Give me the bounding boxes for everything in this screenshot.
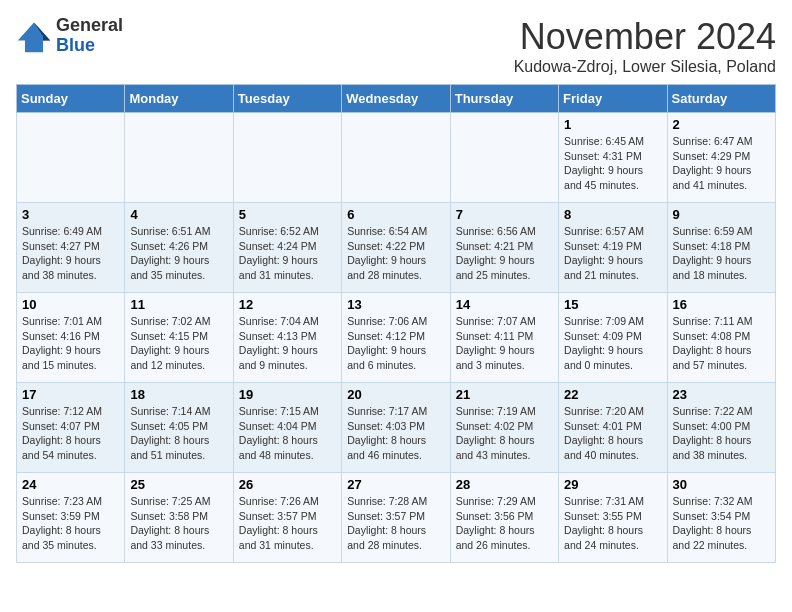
day-number: 12 [239,297,336,312]
header-day-monday: Monday [125,85,233,113]
day-number: 5 [239,207,336,222]
day-number: 24 [22,477,119,492]
day-info: Sunrise: 6:54 AMSunset: 4:22 PMDaylight:… [347,224,444,283]
calendar-cell [450,113,558,203]
calendar-cell [342,113,450,203]
calendar-cell: 13Sunrise: 7:06 AMSunset: 4:12 PMDayligh… [342,293,450,383]
day-info: Sunrise: 7:31 AMSunset: 3:55 PMDaylight:… [564,494,661,553]
calendar-week-row: 10Sunrise: 7:01 AMSunset: 4:16 PMDayligh… [17,293,776,383]
calendar-cell: 29Sunrise: 7:31 AMSunset: 3:55 PMDayligh… [559,473,667,563]
calendar-week-row: 1Sunrise: 6:45 AMSunset: 4:31 PMDaylight… [17,113,776,203]
day-info: Sunrise: 7:32 AMSunset: 3:54 PMDaylight:… [673,494,770,553]
header-day-thursday: Thursday [450,85,558,113]
day-info: Sunrise: 6:59 AMSunset: 4:18 PMDaylight:… [673,224,770,283]
calendar-cell: 17Sunrise: 7:12 AMSunset: 4:07 PMDayligh… [17,383,125,473]
day-info: Sunrise: 7:22 AMSunset: 4:00 PMDaylight:… [673,404,770,463]
header-day-sunday: Sunday [17,85,125,113]
day-number: 10 [22,297,119,312]
day-number: 29 [564,477,661,492]
day-info: Sunrise: 6:56 AMSunset: 4:21 PMDaylight:… [456,224,553,283]
header-day-friday: Friday [559,85,667,113]
day-info: Sunrise: 7:26 AMSunset: 3:57 PMDaylight:… [239,494,336,553]
day-number: 8 [564,207,661,222]
month-title: November 2024 [514,16,776,58]
calendar-cell: 24Sunrise: 7:23 AMSunset: 3:59 PMDayligh… [17,473,125,563]
header: General Blue November 2024 Kudowa-Zdroj,… [16,16,776,76]
header-day-saturday: Saturday [667,85,775,113]
day-number: 1 [564,117,661,132]
calendar-cell: 1Sunrise: 6:45 AMSunset: 4:31 PMDaylight… [559,113,667,203]
calendar-cell: 4Sunrise: 6:51 AMSunset: 4:26 PMDaylight… [125,203,233,293]
day-info: Sunrise: 7:19 AMSunset: 4:02 PMDaylight:… [456,404,553,463]
day-number: 3 [22,207,119,222]
day-number: 16 [673,297,770,312]
day-number: 21 [456,387,553,402]
day-info: Sunrise: 7:12 AMSunset: 4:07 PMDaylight:… [22,404,119,463]
logo-blue: Blue [56,36,123,56]
day-number: 2 [673,117,770,132]
calendar-cell: 15Sunrise: 7:09 AMSunset: 4:09 PMDayligh… [559,293,667,383]
day-info: Sunrise: 7:14 AMSunset: 4:05 PMDaylight:… [130,404,227,463]
day-number: 26 [239,477,336,492]
calendar-cell: 26Sunrise: 7:26 AMSunset: 3:57 PMDayligh… [233,473,341,563]
day-info: Sunrise: 7:20 AMSunset: 4:01 PMDaylight:… [564,404,661,463]
calendar-cell: 14Sunrise: 7:07 AMSunset: 4:11 PMDayligh… [450,293,558,383]
day-number: 18 [130,387,227,402]
day-info: Sunrise: 7:25 AMSunset: 3:58 PMDaylight:… [130,494,227,553]
day-info: Sunrise: 6:45 AMSunset: 4:31 PMDaylight:… [564,134,661,193]
title-section: November 2024 Kudowa-Zdroj, Lower Silesi… [514,16,776,76]
day-number: 19 [239,387,336,402]
logo-general: General [56,16,123,36]
day-info: Sunrise: 7:17 AMSunset: 4:03 PMDaylight:… [347,404,444,463]
calendar-cell: 19Sunrise: 7:15 AMSunset: 4:04 PMDayligh… [233,383,341,473]
calendar-cell: 22Sunrise: 7:20 AMSunset: 4:01 PMDayligh… [559,383,667,473]
day-number: 17 [22,387,119,402]
day-info: Sunrise: 6:49 AMSunset: 4:27 PMDaylight:… [22,224,119,283]
calendar-cell: 7Sunrise: 6:56 AMSunset: 4:21 PMDaylight… [450,203,558,293]
day-info: Sunrise: 7:01 AMSunset: 4:16 PMDaylight:… [22,314,119,373]
day-number: 7 [456,207,553,222]
day-number: 9 [673,207,770,222]
day-number: 20 [347,387,444,402]
subtitle: Kudowa-Zdroj, Lower Silesia, Poland [514,58,776,76]
logo-icon [16,18,52,54]
day-number: 30 [673,477,770,492]
calendar-cell: 11Sunrise: 7:02 AMSunset: 4:15 PMDayligh… [125,293,233,383]
calendar-cell: 5Sunrise: 6:52 AMSunset: 4:24 PMDaylight… [233,203,341,293]
day-info: Sunrise: 7:11 AMSunset: 4:08 PMDaylight:… [673,314,770,373]
calendar-cell [233,113,341,203]
calendar-cell: 3Sunrise: 6:49 AMSunset: 4:27 PMDaylight… [17,203,125,293]
day-info: Sunrise: 7:04 AMSunset: 4:13 PMDaylight:… [239,314,336,373]
calendar-cell: 8Sunrise: 6:57 AMSunset: 4:19 PMDaylight… [559,203,667,293]
calendar-cell: 20Sunrise: 7:17 AMSunset: 4:03 PMDayligh… [342,383,450,473]
calendar-week-row: 24Sunrise: 7:23 AMSunset: 3:59 PMDayligh… [17,473,776,563]
day-info: Sunrise: 7:23 AMSunset: 3:59 PMDaylight:… [22,494,119,553]
logo-text: General Blue [56,16,123,56]
calendar-header-row: SundayMondayTuesdayWednesdayThursdayFrid… [17,85,776,113]
day-info: Sunrise: 6:47 AMSunset: 4:29 PMDaylight:… [673,134,770,193]
day-number: 28 [456,477,553,492]
calendar-cell: 6Sunrise: 6:54 AMSunset: 4:22 PMDaylight… [342,203,450,293]
calendar-cell: 30Sunrise: 7:32 AMSunset: 3:54 PMDayligh… [667,473,775,563]
day-number: 22 [564,387,661,402]
day-info: Sunrise: 6:57 AMSunset: 4:19 PMDaylight:… [564,224,661,283]
calendar-cell: 21Sunrise: 7:19 AMSunset: 4:02 PMDayligh… [450,383,558,473]
calendar-cell [17,113,125,203]
day-info: Sunrise: 6:51 AMSunset: 4:26 PMDaylight:… [130,224,227,283]
day-number: 6 [347,207,444,222]
calendar-cell: 27Sunrise: 7:28 AMSunset: 3:57 PMDayligh… [342,473,450,563]
day-number: 27 [347,477,444,492]
day-info: Sunrise: 7:07 AMSunset: 4:11 PMDaylight:… [456,314,553,373]
calendar-cell: 16Sunrise: 7:11 AMSunset: 4:08 PMDayligh… [667,293,775,383]
calendar-cell: 18Sunrise: 7:14 AMSunset: 4:05 PMDayligh… [125,383,233,473]
calendar-table: SundayMondayTuesdayWednesdayThursdayFrid… [16,84,776,563]
calendar-cell: 10Sunrise: 7:01 AMSunset: 4:16 PMDayligh… [17,293,125,383]
header-day-wednesday: Wednesday [342,85,450,113]
calendar-cell: 28Sunrise: 7:29 AMSunset: 3:56 PMDayligh… [450,473,558,563]
calendar-cell [125,113,233,203]
day-number: 23 [673,387,770,402]
calendar-cell: 2Sunrise: 6:47 AMSunset: 4:29 PMDaylight… [667,113,775,203]
calendar-cell: 23Sunrise: 7:22 AMSunset: 4:00 PMDayligh… [667,383,775,473]
day-info: Sunrise: 7:15 AMSunset: 4:04 PMDaylight:… [239,404,336,463]
calendar-cell: 25Sunrise: 7:25 AMSunset: 3:58 PMDayligh… [125,473,233,563]
